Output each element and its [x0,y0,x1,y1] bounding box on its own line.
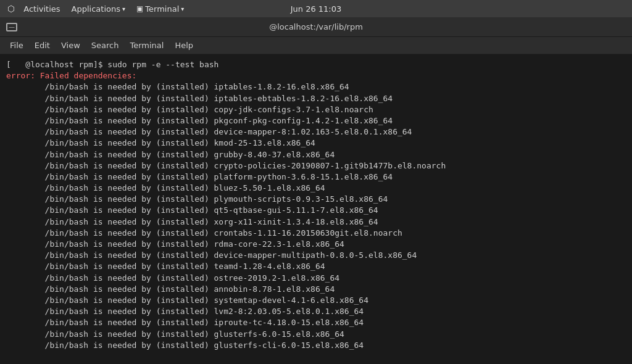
terminal-line: /bin/bash is needed by (installed) copy-… [6,104,626,115]
terminal-content[interactable]: [ @localhost rpm]$ sudo rpm -e --test ba… [0,54,632,364]
terminal-line: /bin/bash is needed by (installed) grubb… [6,149,626,160]
terminal-line: /bin/bash is needed by (installed) glust… [6,329,626,340]
datetime-label: Jun 26 11:03 [291,4,342,14]
terminal-icon: ▣ [136,4,143,13]
terminal-chevron-icon: ▾ [181,6,184,12]
terminal-titlebar: — @localhost:/var/lib/rpm [0,17,632,37]
title-left: — [6,23,17,31]
system-bar-left: ⬡ Activities Applications ▾ ▣ Terminal ▾ [7,3,188,15]
terminal-line: /bin/bash is needed by (installed) lvm2-… [6,306,626,317]
terminal-line: /bin/bash is needed by (installed) cront… [6,228,626,239]
system-bar: ⬡ Activities Applications ▾ ▣ Terminal ▾… [0,0,632,17]
terminal-menu-button[interactable]: ▣ Terminal ▾ [133,3,188,15]
menu-file[interactable]: File [5,39,28,52]
system-datetime: Jun 26 11:03 [291,4,342,14]
terminal-window: — @localhost:/var/lib/rpm File Edit View… [0,17,632,364]
terminal-line: /bin/bash is needed by (installed) kmod-… [6,138,626,149]
menu-terminal[interactable]: Terminal [125,39,168,52]
menu-search[interactable]: Search [86,39,124,52]
terminal-line: [ @localhost rpm]$ sudo rpm -e --test ba… [6,59,626,70]
terminal-line: error: Failed dependencies: [6,70,626,81]
menu-view[interactable]: View [56,39,85,52]
terminal-line: /bin/bash is needed by (installed) devic… [6,250,626,261]
terminal-line: /bin/bash is needed by (installed) qt5-q… [6,205,626,216]
terminal-line: /bin/bash is needed by (installed) iptab… [6,81,626,93]
terminal-line: /bin/bash is needed by (installed) pkgco… [6,115,626,126]
terminal-line: /bin/bash is needed by (installed) bluez… [6,183,626,194]
activities-icon: ⬡ [7,4,15,14]
terminal-line: /bin/bash is needed by (installed) glust… [6,340,626,351]
terminal-line: /bin/bash is needed by (installed) teamd… [6,261,626,272]
terminal-line: /bin/bash is needed by (installed) platf… [6,172,626,183]
applications-button[interactable]: Applications ▾ [68,3,129,15]
terminal-line: /bin/bash is needed by (installed) crypt… [6,160,626,172]
terminal-line: /bin/bash is needed by (installed) ostre… [6,273,626,284]
terminal-line: /bin/bash is needed by (installed) plymo… [6,194,626,205]
applications-chevron-icon: ▾ [122,6,125,12]
terminal-line: /bin/bash is needed by (installed) syste… [6,295,626,306]
menu-help[interactable]: Help [170,39,198,52]
window-minimize-icon[interactable]: — [6,23,17,31]
terminal-line: /bin/bash is needed by (installed) xorg-… [6,217,626,228]
activities-button[interactable]: Activities [20,3,64,15]
applications-label: Applications [72,4,120,14]
terminal-line: /bin/bash is needed by (installed) rdma-… [6,239,626,250]
menu-edit[interactable]: Edit [30,39,55,52]
terminal-line: /bin/bash is needed by (installed) iptab… [6,93,626,104]
terminal-title: @localhost:/var/lib/rpm [269,22,363,31]
terminal-label: Terminal [145,4,179,14]
menu-bar: File Edit View Search Terminal Help [0,37,632,54]
terminal-line: /bin/bash is needed by (installed) iprou… [6,317,626,328]
terminal-line: /bin/bash is needed by (installed) annob… [6,284,626,295]
terminal-line: /bin/bash is needed by (installed) devic… [6,126,626,138]
